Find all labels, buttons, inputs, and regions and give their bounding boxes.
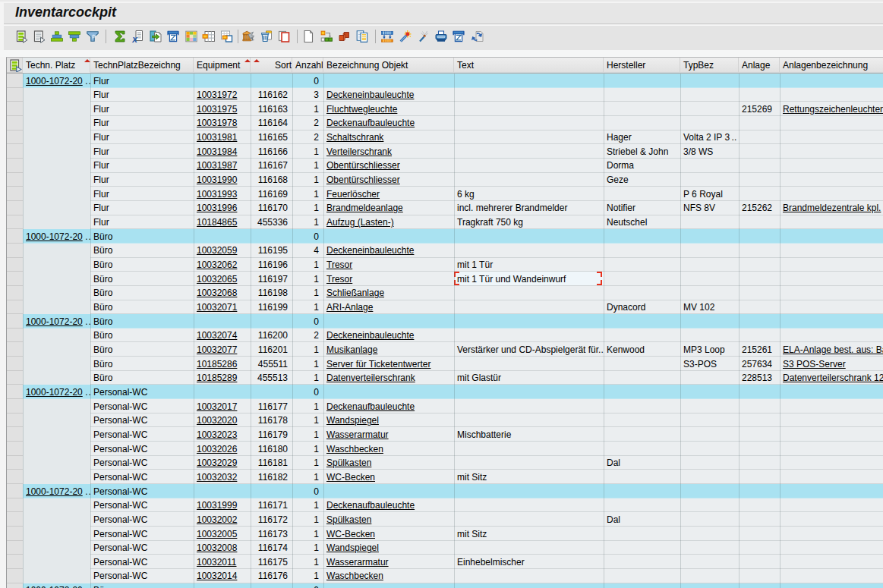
svg-text:x: x (131, 34, 138, 43)
